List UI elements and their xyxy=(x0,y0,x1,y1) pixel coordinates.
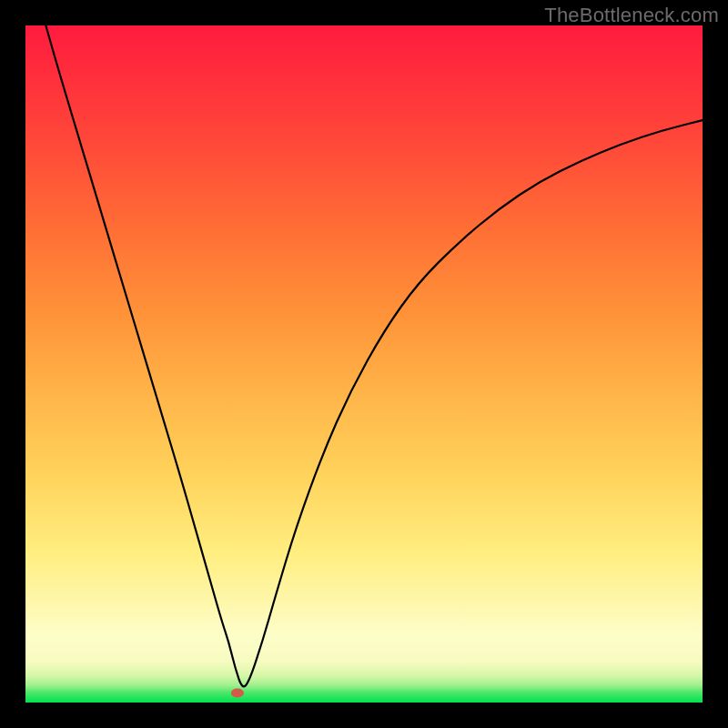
watermark-text: TheBottleneck.com xyxy=(544,4,719,27)
bottleneck-curve xyxy=(46,25,703,686)
chart-container: TheBottleneck.com xyxy=(0,0,728,728)
plot-area xyxy=(25,25,703,703)
curve-layer xyxy=(25,25,703,703)
optimal-point-marker xyxy=(231,689,244,698)
